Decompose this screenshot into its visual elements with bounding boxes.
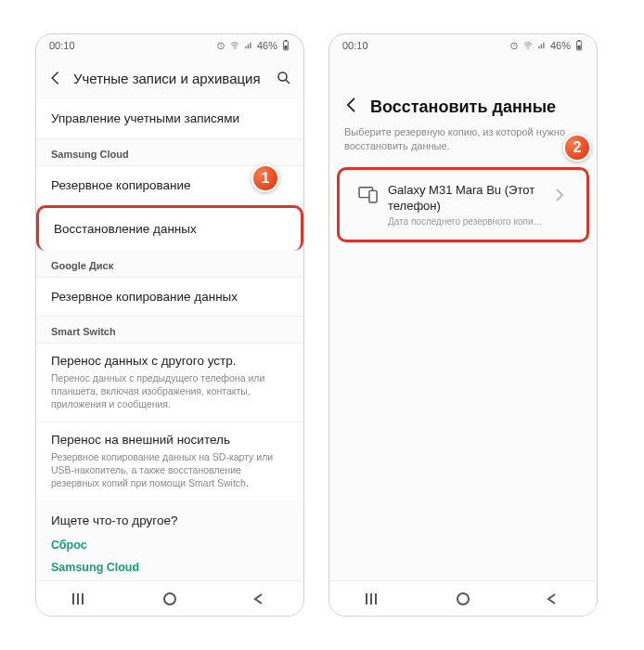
svg-point-14 [457,593,469,604]
nav-back[interactable] [240,592,277,605]
row-restore-data[interactable]: Восстановление данных [36,205,303,251]
svg-rect-10 [578,40,580,41]
row-label: Резервное копирование данных [51,289,289,306]
title-bar: Восстановить данные [329,81,597,122]
device-sub: Дата последнего резервного копирования:.… [388,216,546,227]
devices-icon [358,185,379,207]
status-time: 00:10 [342,40,368,51]
nav-recent[interactable] [62,592,99,605]
search-button[interactable] [274,68,294,88]
row-transfer-external[interactable]: Перенос на внешний носитель Резервное ко… [36,422,303,500]
back-icon [47,70,64,86]
nav-recent[interactable] [355,592,393,605]
svg-point-1 [234,48,235,49]
back-button[interactable] [45,68,66,88]
back-icon [342,96,361,114]
back-button[interactable] [342,96,361,118]
row-google-backup[interactable]: Резервное копирование данных [36,278,303,318]
nav-back[interactable] [534,592,571,605]
battery-icon [281,40,290,51]
search-icon [276,70,292,86]
status-bar: 00:10 46% [329,34,597,57]
status-indicators: 46% [216,40,290,51]
svg-rect-4 [285,46,288,49]
settings-list: Управление учетными записями Samsung Clo… [36,99,303,580]
device-name: Galaxy M31 Mara Bu (Этот телефон) [388,183,546,214]
signal-icon [244,41,253,50]
chevron-right-icon [555,188,568,205]
svg-rect-13 [369,190,377,202]
device-row-highlight: Galaxy M31 Mara Bu (Этот телефон) Дата п… [337,167,589,242]
svg-rect-3 [285,40,287,41]
device-row[interactable]: Galaxy M31 Mara Bu (Этот телефон) Дата п… [349,174,577,236]
alarm-icon [216,41,225,50]
row-sub: Резервное копирование данных на SD-карту… [51,450,289,490]
row-manage-accounts[interactable]: Управление учетными записями [36,99,303,139]
alarm-icon [509,41,519,50]
title-bar: Учетные записи и архивация [36,57,303,99]
svg-point-6 [164,593,175,604]
device-info: Galaxy M31 Mara Bu (Этот телефон) Дата п… [388,183,546,227]
nav-bar [329,580,597,616]
svg-point-5 [278,72,287,81]
status-time: 00:10 [49,40,75,51]
callout-badge-2: 2 [563,134,591,162]
row-label: Перенос данных с другого устр. [51,353,289,370]
row-label: Перенос на внешний носитель [51,432,289,448]
row-label: Управление учетными записями [51,110,289,127]
section-header-samsung-cloud: Samsung Cloud [36,139,303,166]
callout-badge-1: 1 [251,164,279,192]
row-label: Восстановление данных [54,221,286,238]
battery-icon [574,40,584,51]
section-header-google-drive: Google Диск [36,251,303,278]
phone-left: 00:10 46% Учетные записи и архивация Упр… [35,33,304,617]
wifi-icon [229,41,240,50]
page-title: Восстановить данные [370,98,556,117]
nav-bar [36,580,303,616]
svg-rect-11 [578,46,581,49]
phone-right: 00:10 46% Восстановить данные Выберите р… [328,33,598,617]
link-reset[interactable]: Сброс [51,539,289,552]
helper-title: Ищете что-то другое? [51,514,289,527]
nav-home[interactable] [151,592,188,606]
signal-icon [537,41,547,50]
row-transfer-from-device[interactable]: Перенос данных с другого устр. Перенос д… [36,344,303,422]
page-title: Учетные записи и архивация [73,71,266,86]
battery-text: 46% [257,40,277,51]
status-bar: 00:10 46% [36,34,303,57]
helper-section: Ищете что-то другое? Сброс Samsung Cloud [36,500,303,580]
section-header-smart-switch: Smart Switch [36,317,303,344]
wifi-icon [522,41,534,50]
row-sub: Перенос данных с предыдущего телефона ил… [51,371,289,411]
row-backup[interactable]: Резервное копирование 1 [36,166,303,206]
battery-text: 46% [550,40,571,51]
svg-point-8 [527,48,528,49]
status-indicators: 46% [509,40,584,51]
link-samsung-cloud[interactable]: Samsung Cloud [51,561,289,574]
nav-home[interactable] [444,592,482,606]
page-subtitle: Выберите резервную копию, из которой нуж… [329,122,597,167]
